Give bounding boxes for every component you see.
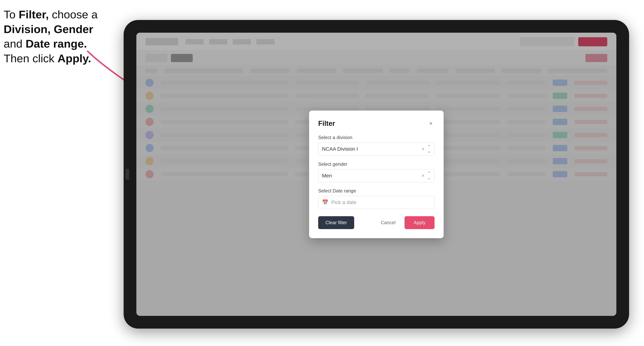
modal-overlay: Filter × Select a division NCAA Division… <box>136 33 616 316</box>
division-select-controls: × ⌃⌄ <box>422 144 431 154</box>
gender-select-inner: Men × ⌃⌄ <box>322 171 431 180</box>
gender-label: Select gender <box>318 161 434 167</box>
cancel-button[interactable]: Cancel <box>375 216 401 229</box>
division-arrow-icon: ⌃⌄ <box>428 144 431 154</box>
gender-arrow-icon: ⌃⌄ <box>428 171 431 180</box>
division-form-group: Select a division NCAA Division I × ⌃⌄ <box>318 135 434 156</box>
tablet-side-button <box>126 169 129 180</box>
modal-title: Filter <box>318 120 335 127</box>
gender-select[interactable]: Men × ⌃⌄ <box>318 169 434 182</box>
date-placeholder: Pick a date <box>331 199 356 205</box>
division-select[interactable]: NCAA Division I × ⌃⌄ <box>318 143 434 156</box>
filter-modal: Filter × Select a division NCAA Division… <box>309 111 444 238</box>
instruction-text: To Filter, choose a Division, Gender and… <box>4 7 109 66</box>
gender-clear-icon[interactable]: × <box>422 173 424 179</box>
date-form-group: Select Date range 📅 Pick a date <box>318 188 434 209</box>
tablet-frame: Filter × Select a division NCAA Division… <box>124 20 629 329</box>
gender-select-value: Men <box>322 173 332 179</box>
instruction-line1: To Filter, choose a <box>4 8 98 21</box>
modal-header: Filter × <box>318 120 434 127</box>
division-label: Select a division <box>318 135 434 140</box>
modal-right-buttons: Cancel Apply <box>375 216 434 229</box>
instruction-bold2: Division, Gender <box>4 23 93 35</box>
tablet-screen: Filter × Select a division NCAA Division… <box>136 33 616 316</box>
date-label: Select Date range <box>318 188 434 194</box>
division-select-inner: NCAA Division I × ⌃⌄ <box>322 144 431 154</box>
modal-close-button[interactable]: × <box>427 120 434 127</box>
apply-button[interactable]: Apply <box>404 216 434 229</box>
gender-form-group: Select gender Men × ⌃⌄ <box>318 161 434 182</box>
modal-footer: Clear filter Cancel Apply <box>318 216 434 229</box>
clear-filter-button[interactable]: Clear filter <box>318 216 354 229</box>
division-clear-icon[interactable]: × <box>422 146 424 152</box>
division-select-value: NCAA Division I <box>322 146 358 152</box>
instruction-line3: and Date range. <box>4 37 87 50</box>
gender-select-controls: × ⌃⌄ <box>422 171 431 180</box>
calendar-icon: 📅 <box>322 199 328 205</box>
date-input[interactable]: 📅 Pick a date <box>318 196 434 209</box>
instruction-line4: Then click Apply. <box>4 52 91 65</box>
